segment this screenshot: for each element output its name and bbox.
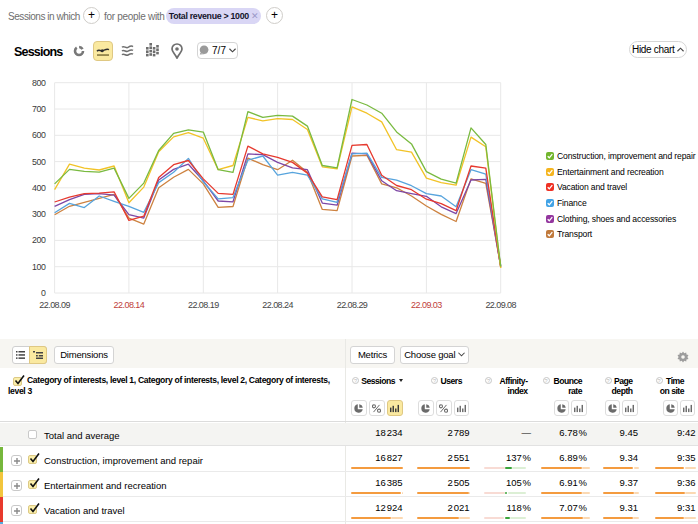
svg-text:100: 100 [32,262,46,272]
svg-text:700: 700 [32,104,46,114]
svg-text:300: 300 [32,209,46,219]
svg-text:22.08.29: 22.08.29 [337,300,368,310]
svg-text:500: 500 [32,157,46,167]
svg-text:800: 800 [32,78,46,88]
svg-text:22.08.19: 22.08.19 [188,300,219,310]
svg-text:22.08.24: 22.08.24 [262,300,293,310]
svg-text:600: 600 [32,130,46,140]
svg-text:22.09.08: 22.09.08 [485,300,516,310]
svg-text:400: 400 [32,183,46,193]
svg-text:22.08.09: 22.08.09 [39,300,70,310]
svg-text:200: 200 [32,235,46,245]
svg-text:22.09.03: 22.09.03 [411,300,442,310]
svg-text:0: 0 [41,288,46,298]
svg-text:22.08.14: 22.08.14 [114,300,145,310]
